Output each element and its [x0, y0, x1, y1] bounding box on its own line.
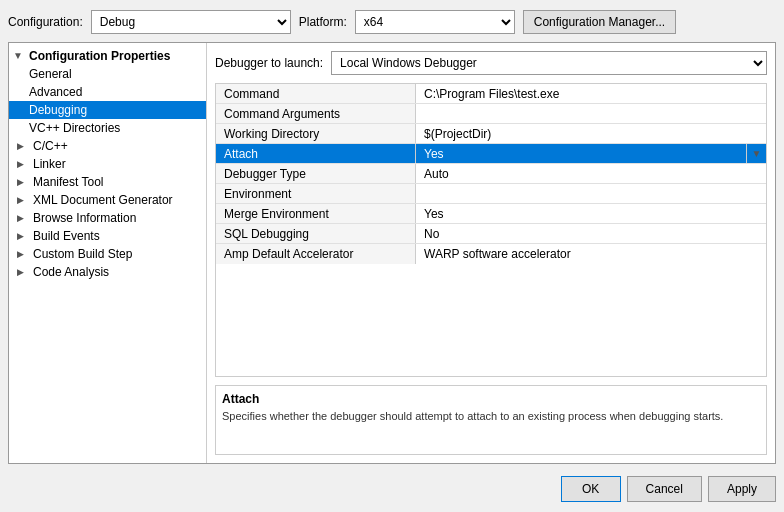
prop-name-debugger-type: Debugger Type — [216, 164, 416, 183]
prop-name-amp-default-accelerator: Amp Default Accelerator — [216, 244, 416, 264]
description-area: Attach Specifies whether the debugger sh… — [215, 385, 767, 455]
prop-value-amp-default-accelerator[interactable]: WARP software accelerator — [416, 244, 766, 264]
prop-row-sql-debugging: SQL Debugging No — [216, 224, 766, 244]
ok-button[interactable]: OK — [561, 476, 621, 502]
prop-value-merge-environment[interactable]: Yes — [416, 204, 766, 223]
prop-value-attach[interactable]: Yes — [416, 144, 746, 163]
sidebar-item-advanced[interactable]: Advanced — [9, 83, 206, 101]
debugger-select[interactable]: Local Windows Debugger Remote Windows De… — [331, 51, 767, 75]
content-area: ▼ Configuration Properties General Advan… — [8, 42, 776, 464]
sidebar-item-debugging[interactable]: Debugging — [9, 101, 206, 119]
prop-name-environment: Environment — [216, 184, 416, 203]
sidebar-root-label: Configuration Properties — [29, 49, 170, 63]
cancel-button[interactable]: Cancel — [627, 476, 702, 502]
xml-expand-icon: ▶ — [17, 195, 29, 205]
prop-name-working-directory: Working Directory — [216, 124, 416, 143]
prop-name-merge-environment: Merge Environment — [216, 204, 416, 223]
prop-value-environment[interactable] — [416, 184, 766, 203]
prop-value-command-arguments[interactable] — [416, 104, 766, 123]
linker-expand-icon: ▶ — [17, 159, 29, 169]
sidebar-item-linker[interactable]: ▶ Linker — [9, 155, 206, 173]
config-select[interactable]: Debug Release — [91, 10, 291, 34]
top-bar: Configuration: Debug Release Platform: x… — [8, 8, 776, 36]
sidebar-item-browse-information[interactable]: ▶ Browse Information — [9, 209, 206, 227]
prop-row-command: Command C:\Program Files\test.exe — [216, 84, 766, 104]
prop-row-command-arguments: Command Arguments — [216, 104, 766, 124]
prop-row-environment: Environment — [216, 184, 766, 204]
debugger-row: Debugger to launch: Local Windows Debugg… — [215, 51, 767, 75]
main-window: Configuration: Debug Release Platform: x… — [0, 0, 784, 512]
prop-value-working-directory[interactable]: $(ProjectDir) — [416, 124, 766, 143]
custom-build-expand-icon: ▶ — [17, 249, 29, 259]
properties-table: Command C:\Program Files\test.exe Comman… — [215, 83, 767, 377]
build-events-expand-icon: ▶ — [17, 231, 29, 241]
prop-row-debugger-type: Debugger Type Auto — [216, 164, 766, 184]
prop-row-merge-environment: Merge Environment Yes — [216, 204, 766, 224]
prop-value-sql-debugging[interactable]: No — [416, 224, 766, 243]
config-manager-button[interactable]: Configuration Manager... — [523, 10, 676, 34]
sidebar-item-code-analysis[interactable]: ▶ Code Analysis — [9, 263, 206, 281]
sidebar-item-cpp[interactable]: ▶ C/C++ — [9, 137, 206, 155]
prop-value-command[interactable]: C:\Program Files\test.exe — [416, 84, 766, 103]
prop-name-sql-debugging: SQL Debugging — [216, 224, 416, 243]
prop-name-command-arguments: Command Arguments — [216, 104, 416, 123]
sidebar-item-build-events[interactable]: ▶ Build Events — [9, 227, 206, 245]
sidebar-root-config-properties[interactable]: ▼ Configuration Properties — [9, 47, 206, 65]
manifest-expand-icon: ▶ — [17, 177, 29, 187]
sidebar-item-general[interactable]: General — [9, 65, 206, 83]
prop-row-working-directory: Working Directory $(ProjectDir) — [216, 124, 766, 144]
platform-label: Platform: — [299, 15, 347, 29]
apply-button[interactable]: Apply — [708, 476, 776, 502]
prop-row-amp-default-accelerator: Amp Default Accelerator WARP software ac… — [216, 244, 766, 264]
description-title: Attach — [222, 392, 760, 406]
prop-row-attach: Attach Yes ▼ — [216, 144, 766, 164]
prop-name-command: Command — [216, 84, 416, 103]
sidebar-item-vc-directories[interactable]: VC++ Directories — [9, 119, 206, 137]
sidebar: ▼ Configuration Properties General Advan… — [9, 43, 207, 463]
browse-expand-icon: ▶ — [17, 213, 29, 223]
sidebar-item-manifest-tool[interactable]: ▶ Manifest Tool — [9, 173, 206, 191]
code-analysis-expand-icon: ▶ — [17, 267, 29, 277]
description-text: Specifies whether the debugger should at… — [222, 410, 760, 422]
prop-name-attach: Attach — [216, 144, 416, 163]
right-panel: Debugger to launch: Local Windows Debugg… — [207, 43, 775, 463]
prop-value-debugger-type[interactable]: Auto — [416, 164, 766, 183]
sidebar-item-custom-build-step[interactable]: ▶ Custom Build Step — [9, 245, 206, 263]
button-bar: OK Cancel Apply — [8, 476, 776, 504]
sidebar-item-xml-document-generator[interactable]: ▶ XML Document Generator — [9, 191, 206, 209]
platform-select[interactable]: x64 x86 ARM — [355, 10, 515, 34]
debugger-label: Debugger to launch: — [215, 56, 323, 70]
config-label: Configuration: — [8, 15, 83, 29]
root-expand-icon: ▼ — [13, 50, 25, 62]
cpp-expand-icon: ▶ — [17, 141, 29, 151]
attach-dropdown-button[interactable]: ▼ — [746, 144, 766, 163]
